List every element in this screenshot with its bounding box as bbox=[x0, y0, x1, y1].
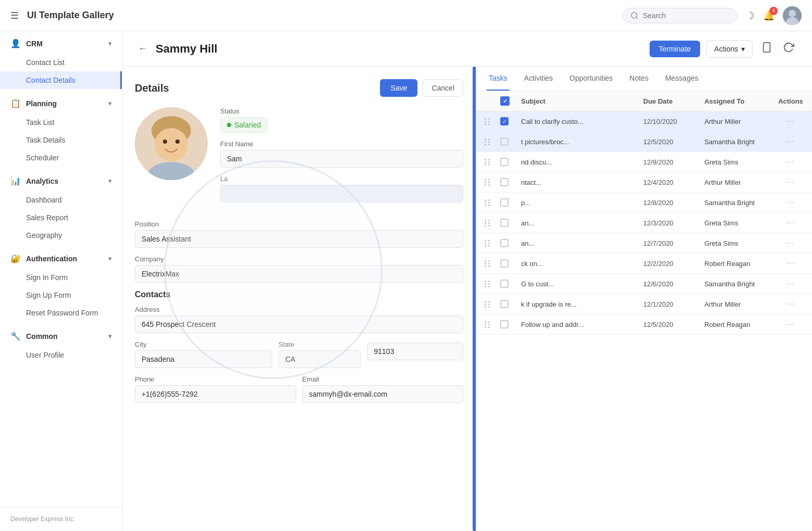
row-checkbox-8[interactable] bbox=[500, 259, 521, 268]
row-more-7[interactable]: ··· bbox=[778, 238, 804, 248]
notifications-button[interactable]: 🔔 4 bbox=[763, 10, 775, 21]
sidebar-item-dashboard[interactable]: Dashboard bbox=[0, 191, 122, 209]
row-checkbox-5[interactable] bbox=[500, 198, 521, 207]
sidebar-item-contact-list[interactable]: Contact List bbox=[0, 54, 122, 71]
position-input[interactable] bbox=[135, 230, 463, 248]
row-more-11[interactable]: ··· bbox=[778, 320, 804, 329]
row-more-6[interactable]: ··· bbox=[778, 218, 804, 227]
tab-notes[interactable]: Notes bbox=[627, 67, 651, 91]
email-input[interactable] bbox=[302, 385, 464, 403]
last-name-input[interactable] bbox=[220, 185, 463, 203]
hamburger-menu[interactable]: ☰ bbox=[10, 10, 19, 21]
sidebar-item-contact-details[interactable]: Contact Details bbox=[0, 71, 122, 89]
more-button-8[interactable]: ··· bbox=[786, 259, 795, 268]
drag-handle-3[interactable] bbox=[485, 159, 500, 166]
sidebar-item-sign-in-form[interactable]: Sign In Form bbox=[0, 269, 122, 286]
sidebar-item-task-details[interactable]: Task Details bbox=[0, 131, 122, 149]
row-more-1[interactable]: ··· bbox=[778, 117, 804, 126]
search-box[interactable] bbox=[623, 8, 737, 23]
row-more-4[interactable]: ··· bbox=[778, 178, 804, 187]
company-input[interactable] bbox=[135, 265, 463, 283]
cancel-button[interactable]: Cancel bbox=[423, 79, 463, 97]
tab-opportunities[interactable]: Opportunities bbox=[567, 67, 615, 91]
checkbox-4[interactable] bbox=[500, 178, 509, 186]
drag-handle-5[interactable] bbox=[485, 199, 500, 206]
sidebar-group-authentication[interactable]: 🔐 Authentication ▾ bbox=[0, 248, 122, 269]
tab-tasks[interactable]: Tasks bbox=[487, 67, 510, 91]
more-button-2[interactable]: ··· bbox=[786, 137, 795, 146]
address-input[interactable] bbox=[135, 315, 463, 333]
more-button-4[interactable]: ··· bbox=[786, 178, 795, 187]
checkbox-11[interactable] bbox=[500, 320, 509, 328]
sidebar-group-planning[interactable]: 📋 Planning ▾ bbox=[0, 93, 122, 113]
more-button-6[interactable]: ··· bbox=[786, 218, 795, 227]
drag-handle-4[interactable] bbox=[485, 179, 500, 186]
save-button[interactable]: Save bbox=[380, 79, 417, 97]
drag-handle-6[interactable] bbox=[485, 220, 500, 226]
row-checkbox-6[interactable] bbox=[500, 219, 521, 227]
more-button-7[interactable]: ··· bbox=[786, 238, 795, 248]
drag-handle-10[interactable] bbox=[485, 301, 500, 308]
checkbox-9[interactable] bbox=[500, 280, 509, 288]
row-checkbox-11[interactable] bbox=[500, 320, 521, 328]
drag-handle-9[interactable] bbox=[485, 281, 500, 287]
checkbox-8[interactable] bbox=[500, 259, 509, 268]
terminate-button[interactable]: Terminate bbox=[650, 41, 700, 57]
user-avatar[interactable] bbox=[783, 6, 802, 25]
sidebar-item-user-profile[interactable]: User Profile bbox=[0, 346, 122, 364]
row-checkbox-7[interactable] bbox=[500, 239, 521, 247]
drag-handle-11[interactable] bbox=[485, 321, 500, 328]
state-input[interactable] bbox=[278, 350, 361, 368]
sidebar-group-common[interactable]: 🔧 Common ▾ bbox=[0, 326, 122, 346]
sidebar-group-crm[interactable]: 👤 CRM ▾ bbox=[0, 33, 122, 54]
checkbox-5[interactable] bbox=[500, 198, 509, 207]
row-checkbox-2[interactable] bbox=[500, 137, 521, 146]
checkbox-3[interactable] bbox=[500, 158, 509, 166]
tab-messages[interactable]: Messages bbox=[663, 67, 701, 91]
row-checkbox-4[interactable] bbox=[500, 178, 521, 186]
sidebar-item-sales-report[interactable]: Sales Report bbox=[0, 209, 122, 226]
city-input[interactable] bbox=[135, 350, 272, 368]
row-more-5[interactable]: ··· bbox=[778, 198, 804, 207]
checkbox-7[interactable] bbox=[500, 239, 509, 247]
sidebar-item-sign-up-form[interactable]: Sign Up Form bbox=[0, 286, 122, 304]
checkbox-6[interactable] bbox=[500, 219, 509, 227]
sidebar-item-reset-password-form[interactable]: Reset Password Form bbox=[0, 304, 122, 322]
mobile-preview-button[interactable] bbox=[759, 40, 775, 58]
theme-toggle-button[interactable]: ☽ bbox=[745, 9, 755, 22]
first-name-input[interactable] bbox=[220, 150, 463, 168]
more-button-5[interactable]: ··· bbox=[786, 198, 795, 207]
row-checkbox-3[interactable] bbox=[500, 158, 521, 166]
row-more-9[interactable]: ··· bbox=[778, 279, 804, 288]
select-all-checkbox[interactable]: ✓ bbox=[500, 96, 510, 106]
more-button-1[interactable]: ··· bbox=[786, 117, 795, 126]
refresh-button[interactable] bbox=[781, 40, 796, 58]
row-more-8[interactable]: ··· bbox=[778, 259, 804, 268]
search-input[interactable] bbox=[643, 11, 716, 20]
row-more-10[interactable]: ··· bbox=[778, 299, 804, 309]
more-button-9[interactable]: ··· bbox=[786, 279, 795, 288]
zip-input[interactable] bbox=[367, 343, 463, 360]
drag-handle-1[interactable] bbox=[485, 118, 500, 125]
more-button-11[interactable]: ··· bbox=[786, 320, 795, 329]
phone-input[interactable] bbox=[135, 385, 296, 403]
row-checkbox-1[interactable]: ✓ bbox=[500, 117, 521, 125]
checkbox-10[interactable] bbox=[500, 300, 509, 308]
more-button-10[interactable]: ··· bbox=[786, 299, 795, 309]
actions-dropdown-button[interactable]: Actions ▾ bbox=[706, 40, 753, 58]
sidebar-group-analytics[interactable]: 📊 Analytics ▾ bbox=[0, 171, 122, 191]
more-button-3[interactable]: ··· bbox=[786, 157, 795, 167]
checkbox-2[interactable] bbox=[500, 137, 509, 146]
drag-handle-8[interactable] bbox=[485, 260, 500, 267]
row-more-3[interactable]: ··· bbox=[778, 157, 804, 167]
tab-activities[interactable]: Activities bbox=[522, 67, 555, 91]
row-more-2[interactable]: ··· bbox=[778, 137, 804, 146]
checkbox-1[interactable]: ✓ bbox=[500, 117, 509, 125]
sidebar-item-scheduler[interactable]: Scheduler bbox=[0, 149, 122, 167]
drag-handle-2[interactable] bbox=[485, 138, 500, 145]
sidebar-item-geography[interactable]: Geography bbox=[0, 226, 122, 244]
back-button[interactable]: ← bbox=[138, 43, 147, 54]
row-checkbox-10[interactable] bbox=[500, 300, 521, 308]
drag-handle-7[interactable] bbox=[485, 240, 500, 247]
sidebar-item-task-list[interactable]: Task List bbox=[0, 113, 122, 131]
